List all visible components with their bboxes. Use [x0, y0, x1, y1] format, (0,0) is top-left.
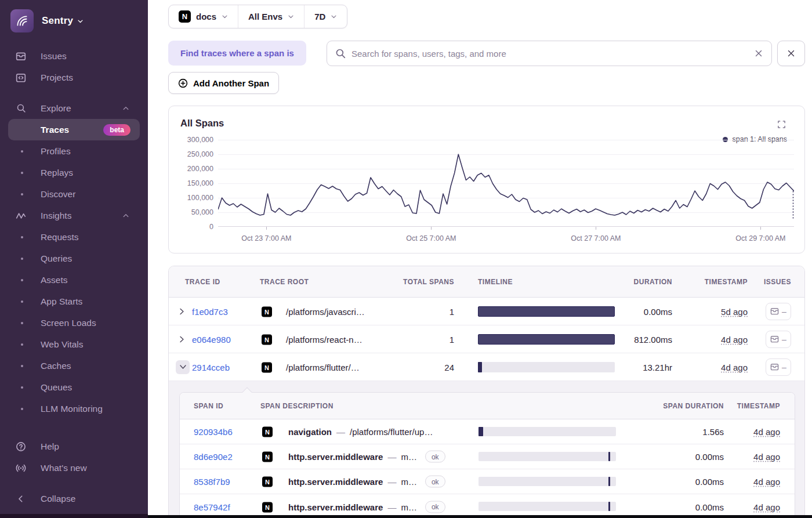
project-filter[interactable]: Ndocs — [169, 5, 238, 28]
sidebar-item-label: Projects — [41, 73, 73, 83]
trace-root-value: /platforms/flutter/… — [286, 362, 360, 372]
expand-row-icon[interactable] — [178, 307, 186, 315]
sidebar-item-replays[interactable]: Replays — [0, 162, 148, 183]
span-id-link[interactable]: 920934b6 — [194, 427, 233, 437]
sidebar-item-label: LLM Monitoring — [41, 404, 103, 414]
fullscreen-icon[interactable] — [777, 120, 786, 129]
span-description-text: m… — [401, 477, 417, 487]
timestamp-value[interactable]: 4d ago — [721, 334, 748, 344]
issues-count-button[interactable]: – — [766, 331, 791, 348]
remove-span-filter-button[interactable] — [777, 41, 805, 66]
x-axis-label: Oct 29 7:00 AM — [735, 234, 785, 242]
traces-table-panel: TRACE IDTRACE ROOTTOTAL SPANSTIMELINEDUR… — [168, 266, 805, 518]
all-spans-chart-panel: All Spans span 1: All spans 300,000250,0… — [168, 106, 805, 253]
bullet-icon — [21, 258, 23, 260]
span-timestamp-value[interactable]: 4d ago — [753, 477, 780, 487]
sidebar-item-label: Traces — [41, 125, 69, 135]
issues-count-button[interactable]: – — [766, 303, 791, 320]
x-axis-tick — [760, 227, 761, 230]
table-row[interactable]: e064e980N/platforms/react-n…1812.00ms4d … — [169, 325, 804, 353]
sidebar-item-web-vitals[interactable]: Web Vitals — [0, 334, 148, 355]
sidebar-item-caches[interactable]: Caches — [0, 355, 148, 376]
sidebar-item-help[interactable]: Help — [0, 436, 148, 457]
span-id-link[interactable]: 8538f7b9 — [194, 477, 230, 487]
sidebar-item-queues[interactable]: Queues — [0, 376, 148, 398]
sidebar-item-llm-monitoring[interactable]: LLM Monitoring — [0, 398, 148, 419]
span-search-box — [327, 41, 772, 66]
sidebar-item-queries[interactable]: Queries — [0, 248, 148, 269]
span-description-text: m… — [401, 502, 417, 512]
chevron-up-icon — [122, 105, 129, 112]
sidebar-item-issues[interactable]: Issues — [0, 45, 148, 67]
span-id-link[interactable]: 8d6e90e2 — [194, 452, 233, 462]
span-description: http.server.middleware—m…ok — [288, 501, 445, 513]
timeline-bar-segment — [608, 502, 610, 511]
sidebar-item-label: Queues — [41, 382, 72, 393]
span-id-link[interactable]: 8e57942f — [194, 502, 230, 512]
duration-value: 812.00ms — [634, 334, 672, 344]
add-another-span-button[interactable]: Add Another Span — [168, 72, 279, 94]
sidebar-item-what-s-new[interactable]: What's new — [0, 457, 148, 479]
clear-search-icon[interactable] — [754, 49, 763, 58]
chart-title: All Spans — [180, 118, 224, 129]
timeline-bar-segment — [608, 452, 610, 461]
environment-filter[interactable]: All Envs — [238, 5, 304, 28]
sidebar-group-insights: InsightsRequestsQueriesAssetsApp StartsS… — [0, 205, 148, 419]
span-row[interactable]: 8e57942fNhttp.server.middleware—m…ok0.00… — [180, 494, 795, 518]
sidebar-item-projects[interactable]: Projects — [0, 67, 148, 88]
sidebar-item-collapse[interactable]: Collapse — [0, 488, 148, 509]
span-row[interactable]: 8d6e90e2Nhttp.server.middleware—m…ok0.00… — [180, 444, 795, 469]
span-timestamp-value[interactable]: 4d ago — [753, 427, 780, 437]
date-range-filter[interactable]: 7D — [304, 5, 347, 28]
sidebar-item-label: Explore — [41, 103, 71, 114]
table-row[interactable]: 2914ccebN/platforms/flutter/…2413.21hr4d… — [169, 353, 804, 381]
issues-count-button[interactable]: – — [766, 358, 791, 376]
y-axis-label: 250,000 — [169, 150, 213, 158]
filter-label: 7D — [314, 12, 325, 21]
timestamp-value[interactable]: 4d ago — [721, 362, 748, 372]
org-switcher[interactable]: Sentry — [0, 0, 148, 38]
issues-empty-dash: – — [782, 307, 786, 316]
span-timestamp-value[interactable]: 4d ago — [753, 452, 780, 462]
trace-id-link[interactable]: 2914cceb — [192, 362, 230, 372]
trace-id-link[interactable]: f1e0d7c3 — [192, 306, 228, 316]
timeline-bar-track — [478, 502, 616, 511]
sidebar-item-label: Issues — [41, 51, 67, 61]
sidebar-item-discover[interactable]: Discover — [0, 183, 148, 205]
filter-label: All Envs — [248, 12, 282, 21]
bullet-icon — [21, 386, 23, 389]
span-table-header: SPAN IDSPAN DESCRIPTIONSPAN DURATIONTIME… — [180, 393, 795, 419]
span-row[interactable]: 8538f7b9Nhttp.server.middleware—m…ok0.00… — [180, 469, 795, 494]
sidebar-item-insights[interactable]: Insights — [0, 205, 148, 226]
find-traces-pill[interactable]: Find traces where a span is — [168, 41, 306, 66]
span-row[interactable]: 920934b6Nnavigation—/platforms/flutter/u… — [180, 419, 795, 444]
timeline-bar — [478, 362, 615, 372]
sidebar-item-app-starts[interactable]: App Starts — [0, 291, 148, 312]
timeline-bar-track — [478, 362, 615, 372]
sidebar-item-explore[interactable]: Explore — [0, 97, 148, 119]
timestamp-value[interactable]: 5d ago — [721, 306, 748, 316]
sidebar-item-profiles[interactable]: Profiles — [0, 140, 148, 162]
span-timeline-bar — [478, 452, 616, 461]
span-search-input[interactable] — [351, 49, 748, 59]
chevron-down-icon — [288, 13, 294, 20]
sidebar-item-label: App Starts — [41, 296, 82, 307]
platform-icon-wrap: N — [262, 451, 273, 462]
span-op: navigation — [288, 427, 332, 437]
table-row[interactable]: f1e0d7c3N/platforms/javascri…10.00ms5d a… — [169, 298, 804, 325]
sidebar-item-assets[interactable]: Assets — [0, 269, 148, 291]
chevron-down-icon — [331, 13, 337, 20]
trace-id-link[interactable]: e064e980 — [192, 334, 231, 344]
expand-row-icon[interactable] — [178, 335, 186, 343]
span-duration-value: 1.56s — [702, 427, 724, 437]
insights-icon — [15, 211, 27, 220]
collapse-row-icon[interactable] — [176, 360, 190, 374]
sidebar-item-traces[interactable]: Tracesbeta — [0, 119, 148, 140]
timeline-bar — [478, 306, 615, 317]
sidebar-item-requests[interactable]: Requests — [0, 226, 148, 248]
sidebar-item-screen-loads[interactable]: Screen Loads — [0, 312, 148, 334]
sidebar-footer: HelpWhat's new — [0, 436, 148, 479]
span-status-badge: ok — [425, 476, 445, 488]
span-timestamp-value[interactable]: 4d ago — [753, 502, 780, 512]
sidebar-item-label: Collapse — [41, 494, 75, 504]
